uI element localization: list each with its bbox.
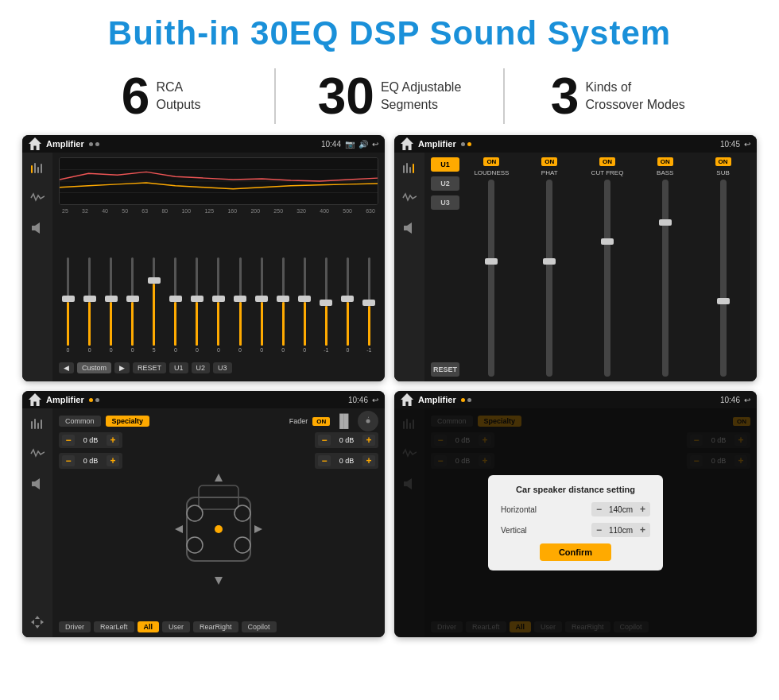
eq-slider-13[interactable]: 0 <box>339 257 357 353</box>
col-cutfreq: ON CUT FREQ <box>580 157 635 377</box>
status-title-eq: Amplifier <box>46 139 84 149</box>
fader-label: Fader <box>289 417 308 425</box>
fader-right: − 0 dB + − 0 dB + <box>315 432 378 618</box>
crossover-body: U1 U2 U3 RESET ON LOUDNESS ON PHAT <box>394 153 757 381</box>
car-diagram <box>171 466 266 585</box>
slider-sub[interactable] <box>720 180 727 377</box>
eq-slider-6[interactable]: 0 <box>188 257 206 353</box>
wave-icon[interactable] <box>29 189 46 207</box>
dialog-plus-horizontal[interactable]: + <box>640 504 645 515</box>
fader-bottom: Driver RearLeft All User RearRight Copil… <box>59 621 378 632</box>
eq-slider-7[interactable]: 0 <box>209 257 227 353</box>
preset-u1[interactable]: U1 <box>431 157 459 172</box>
confirm-button[interactable]: Confirm <box>540 543 611 561</box>
arrows-icon[interactable] <box>29 613 46 631</box>
eq-slider-5[interactable]: 0 <box>166 257 184 353</box>
eq-icon-3[interactable] <box>29 415 46 432</box>
eq-slider-3[interactable]: 0 <box>123 257 141 353</box>
slider-cutfreq[interactable] <box>604 180 610 377</box>
dialog-value-horizontal: 140cm <box>605 505 637 514</box>
tab-common[interactable]: Common <box>59 416 101 427</box>
eq-slider-12[interactable]: -1 <box>317 257 335 353</box>
cross-sidebar <box>394 153 424 381</box>
settings-icon[interactable] <box>358 411 378 431</box>
db-value-br: 0 dB <box>333 457 360 465</box>
db-plus-tl[interactable]: + <box>107 435 119 446</box>
back-icon-cross[interactable]: ↩ <box>744 140 750 149</box>
preset-u3[interactable]: U3 <box>431 195 459 210</box>
svg-point-30 <box>234 505 250 521</box>
db-minus-tr[interactable]: − <box>318 435 331 446</box>
eq-slider-10[interactable]: 0 <box>274 257 293 353</box>
eq-content: 25 32 40 50 63 80 100 125 160 200 250 32… <box>52 153 385 381</box>
all-btn[interactable]: All <box>138 621 160 632</box>
slider-phat[interactable] <box>546 180 552 377</box>
u2-btn[interactable]: U2 <box>192 362 211 373</box>
db-minus-br[interactable]: − <box>318 455 331 466</box>
eq-slider-2[interactable]: 0 <box>102 257 120 353</box>
dialog-minus-horizontal[interactable]: − <box>596 504 602 515</box>
speaker-icon-2[interactable] <box>401 219 418 237</box>
eq-slider-0[interactable]: 0 <box>59 257 77 353</box>
speaker-icon-3[interactable] <box>29 475 46 493</box>
reset-btn[interactable]: RESET <box>133 362 166 373</box>
on-badge-loudness: ON <box>483 157 499 166</box>
status-title-fader: Amplifier <box>46 395 84 404</box>
tab-specialty[interactable]: Specialty <box>106 416 150 427</box>
on-toggle[interactable]: ON <box>312 417 330 426</box>
dialog-plus-vertical[interactable]: + <box>640 524 645 536</box>
eq-slider-9[interactable]: 0 <box>253 257 271 353</box>
fader-slider-control[interactable]: ▐▌ <box>335 414 353 428</box>
db-plus-tr[interactable]: + <box>362 435 375 446</box>
eq-icon[interactable] <box>29 159 46 176</box>
db-value-bl: 0 dB <box>77 457 104 465</box>
svg-point-29 <box>187 505 203 521</box>
db-minus-bl[interactable]: − <box>62 455 75 466</box>
fader-center <box>126 432 312 618</box>
back-icon-dialog[interactable]: ↩ <box>744 396 750 404</box>
dialog-minus-vertical[interactable]: − <box>596 524 602 536</box>
custom-btn[interactable]: Custom <box>77 362 111 373</box>
dialog-label-vertical: Vertical <box>501 526 548 535</box>
dot2 <box>95 142 99 146</box>
slider-loudness[interactable] <box>488 180 494 377</box>
db-plus-br[interactable]: + <box>362 455 375 466</box>
eq-slider-8[interactable]: 0 <box>231 257 250 353</box>
preset-u2[interactable]: U2 <box>431 176 459 191</box>
prev-btn[interactable]: ◀ <box>59 362 74 373</box>
u3-btn[interactable]: U3 <box>213 362 232 373</box>
eq-slider-11[interactable]: 0 <box>296 257 314 353</box>
home-icon-fader[interactable] <box>29 393 41 406</box>
db-plus-bl[interactable]: + <box>107 455 119 466</box>
user-btn[interactable]: User <box>162 621 190 632</box>
reset-cross[interactable]: RESET <box>431 362 459 377</box>
driver-btn[interactable]: Driver <box>59 621 91 632</box>
feature-eq: 30 EQ AdjustableSegments <box>276 71 502 122</box>
speaker-icon[interactable] <box>29 219 46 237</box>
play-btn[interactable]: ▶ <box>114 362 130 373</box>
dot-c2 <box>467 142 471 146</box>
on-badge-sub: ON <box>715 157 731 166</box>
home-icon-cross[interactable] <box>401 137 413 150</box>
home-icon-dialog[interactable] <box>401 393 413 406</box>
eq-icon-2[interactable] <box>401 159 418 176</box>
rearright-btn[interactable]: RearRight <box>193 621 238 632</box>
status-bar-dialog: Amplifier 10:46 ↩ <box>394 391 757 408</box>
eq-slider-1[interactable]: 0 <box>80 257 99 353</box>
slider-bass[interactable] <box>662 180 669 377</box>
svg-rect-0 <box>31 165 33 173</box>
svg-point-32 <box>234 537 250 553</box>
home-icon[interactable] <box>29 137 41 150</box>
eq-slider-4[interactable]: 5 <box>145 257 163 353</box>
db-minus-tl[interactable]: − <box>62 435 75 446</box>
wave-icon-3[interactable] <box>29 445 46 462</box>
svg-marker-25 <box>41 620 44 625</box>
dialog-title: Car speaker distance setting <box>501 485 650 494</box>
back-icon[interactable]: ↩ <box>372 140 378 149</box>
eq-slider-14[interactable]: -1 <box>360 257 378 353</box>
u1-btn[interactable]: U1 <box>169 362 188 373</box>
wave-icon-2[interactable] <box>401 189 418 207</box>
back-icon-fader[interactable]: ↩ <box>372 396 378 404</box>
copilot-btn[interactable]: Copilot <box>242 621 277 632</box>
rearleft-btn[interactable]: RearLeft <box>94 621 134 632</box>
